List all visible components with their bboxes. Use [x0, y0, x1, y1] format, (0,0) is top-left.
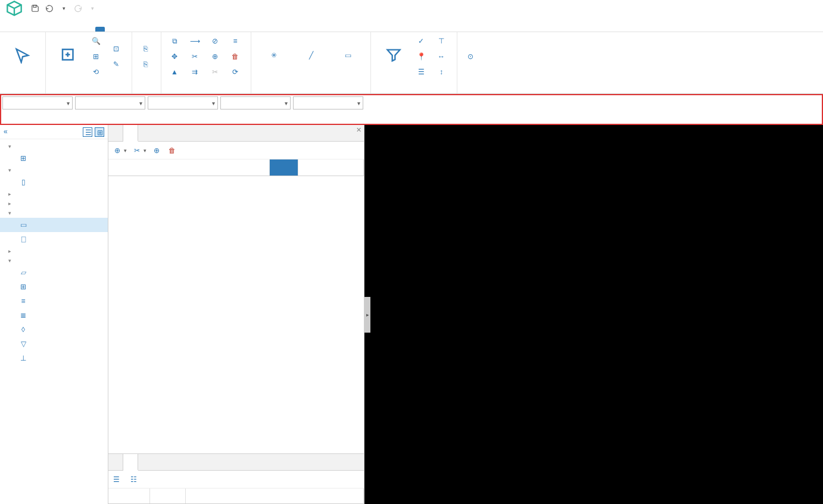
tab-floor-grid[interactable] [43, 27, 52, 32]
extend-button[interactable]: ⟶ [188, 35, 204, 48]
col-lock[interactable] [270, 159, 298, 176]
undo-icon[interactable] [44, 3, 55, 14]
ribbon-group-beam2: ⊙ [457, 32, 486, 93]
set-scale-button[interactable]: ⊞ [89, 50, 105, 63]
mid-locate-button[interactable]: ⊕ [151, 145, 164, 156]
tab-opening[interactable] [148, 27, 157, 32]
copy-down-icon: ⎘ [141, 60, 150, 69]
tree-axis[interactable]: ▾ [0, 142, 108, 151]
recognize-comp-button[interactable]: ☰ [414, 65, 431, 79]
origin-mark-button[interactable]: ⊙ [463, 50, 480, 63]
offset-button[interactable]: ⇉ [188, 65, 204, 79]
subtab-drawing-manage[interactable] [123, 125, 138, 142]
rotate-button[interactable]: ⟳ [228, 65, 245, 79]
line-button[interactable]: ╱ [294, 35, 328, 79]
ribbon-group-modify: ⧉ ✥ ▲ ⟶ ✂ ⇉ ⊘ ⊕ ✂ ≡ 🗑 ⟳ [161, 32, 251, 93]
item-combo[interactable] [220, 96, 291, 109]
split-button[interactable]: ✂ [208, 65, 225, 79]
restore-cad-button[interactable]: ⟲ [89, 65, 105, 79]
tab-column-wall[interactable] [69, 27, 79, 32]
align-button[interactable]: ≡ [228, 35, 245, 48]
ribbon-group-drawing-ops: 🔍 ⊞ ⟲ ⊡ ✎ [46, 32, 132, 93]
raft-icon: ⊞ [19, 283, 27, 291]
cad-viewport[interactable]: ▸ [364, 125, 823, 504]
category1-combo[interactable] [75, 96, 145, 109]
subtab-property-list[interactable] [108, 454, 123, 470]
tree-found-3[interactable]: ≣ [0, 308, 108, 323]
tree-found-0[interactable]: ▱ [0, 265, 108, 280]
tree-found-5[interactable]: ▽ [0, 337, 108, 351]
trash-icon: 🗑 [169, 146, 176, 155]
show-layer-button[interactable]: ☰ [113, 475, 122, 484]
ribbon-group-general-ops: ⎘ ⎘ [132, 32, 161, 93]
mid-split-button[interactable]: ✂▾ [132, 145, 149, 156]
tree-column[interactable]: ▾ [0, 165, 108, 175]
svg-rect-2 [33, 5, 36, 8]
floor-combo[interactable] [2, 96, 73, 109]
fill-cad-button[interactable]: ✎ [109, 58, 126, 71]
tree-beam-item[interactable]: ▭ [0, 218, 108, 232]
subtab-component-list[interactable] [108, 125, 123, 141]
redo-icon[interactable] [73, 3, 83, 14]
save-icon[interactable] [30, 3, 40, 14]
select-button[interactable] [6, 35, 39, 79]
pilecap-icon: ▽ [19, 340, 27, 348]
splitter-handle[interactable]: ▸ [364, 297, 370, 333]
subtab-layer-manage[interactable] [123, 454, 138, 471]
layer-header [108, 489, 364, 504]
tree-column-item[interactable]: ▯ [0, 175, 108, 189]
titlebar: ▾ ▾ [0, 0, 823, 17]
tree-view-icon[interactable]: ⊞ [95, 127, 104, 137]
tree-axis-grid[interactable]: ⊞ [0, 151, 108, 165]
mid-grid-header [108, 159, 364, 176]
rect-button[interactable]: ▭ [331, 35, 364, 79]
tree-found-4[interactable]: ◊ [0, 323, 108, 337]
layer-combo[interactable] [293, 96, 363, 109]
hide-layer-button[interactable]: ☷ [130, 475, 139, 484]
check-origin-button[interactable]: 📍 [414, 50, 431, 63]
check-beam-button[interactable]: ✓ [414, 35, 431, 48]
tree-foundation[interactable]: ▾ [0, 256, 108, 265]
copy-to-layer-button[interactable]: ⎘ [138, 42, 155, 55]
tree-found-1[interactable]: ⊞ [0, 280, 108, 294]
mid-delete-button[interactable]: 🗑 [166, 145, 180, 156]
mid-add-button[interactable]: ⊕▾ [112, 145, 129, 156]
mirror-button[interactable]: ▲ [167, 65, 184, 79]
pin-icon: 📍 [416, 52, 426, 61]
close-icon[interactable]: ✕ [356, 126, 361, 134]
tab-pile-cap[interactable] [200, 27, 210, 32]
join-icon: ⊕ [210, 52, 220, 61]
tree-slab[interactable]: ▸ [0, 246, 108, 256]
cad-option-button[interactable]: ⊡ [109, 42, 126, 55]
trim-button[interactable]: ✂ [188, 50, 204, 63]
tree-wall[interactable]: ▸ [0, 189, 108, 199]
reextract-span-button[interactable]: ↔ [434, 50, 451, 63]
tab-foundation-beam[interactable] [174, 27, 183, 32]
tab-beam[interactable] [95, 27, 105, 32]
edit-height-button[interactable]: ↕ [434, 65, 451, 79]
tab-slab[interactable] [121, 27, 131, 32]
tree-linkbeam-item[interactable]: ⎕ [0, 232, 108, 246]
collapse-icon[interactable]: « [4, 127, 13, 137]
tab-export[interactable] [226, 27, 236, 32]
category2-combo[interactable] [148, 96, 218, 109]
edit-support-button[interactable]: ⊤ [434, 35, 451, 48]
recognize-beam-button[interactable] [377, 35, 410, 79]
dropdown-icon[interactable]: ▾ [87, 3, 98, 14]
list-view-icon[interactable]: ☰ [83, 127, 92, 137]
add-drawing-button[interactable] [52, 35, 85, 79]
tree-door[interactable]: ▸ [0, 199, 108, 208]
dropdown-icon[interactable]: ▾ [58, 3, 69, 14]
tree-found-2[interactable]: ≡ [0, 294, 108, 308]
tree-beam[interactable]: ▾ [0, 208, 108, 218]
break-button[interactable]: ⊘ [208, 35, 225, 48]
point-button[interactable]: ✳ [257, 35, 291, 79]
copy-from-layer-button[interactable]: ⎘ [138, 58, 155, 71]
copy-button[interactable]: ⧉ [167, 35, 184, 48]
move-button[interactable]: ✥ [167, 50, 184, 63]
join-button[interactable]: ⊕ [208, 50, 225, 63]
tree-found-6[interactable]: ⊥ [0, 351, 108, 365]
neg-rebar-icon: ≣ [19, 311, 27, 320]
delete-button[interactable]: 🗑 [228, 50, 245, 63]
find-replace-button[interactable]: 🔍 [89, 35, 105, 48]
